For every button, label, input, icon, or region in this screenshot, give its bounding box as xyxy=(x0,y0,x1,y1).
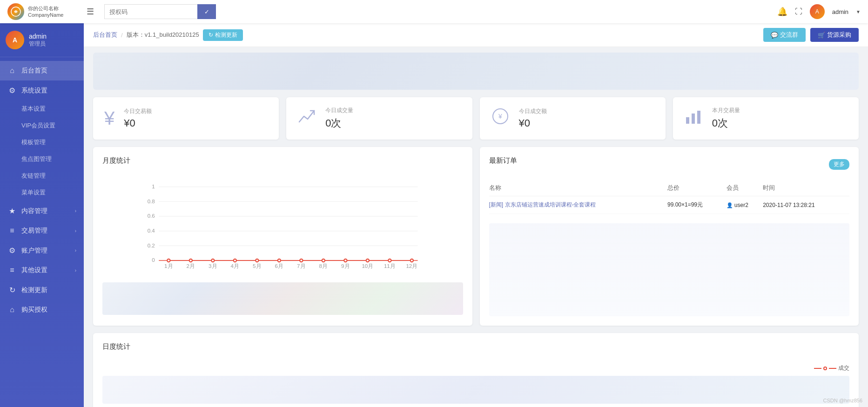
daily-chart-blurred xyxy=(102,376,849,404)
svg-text:2月: 2月 xyxy=(187,263,195,269)
order-price: 99.00×1=99元 xyxy=(667,196,727,214)
fullscreen-icon[interactable]: ⛶ xyxy=(795,7,802,16)
system-icon: ⚙ xyxy=(7,86,17,95)
order-name-link[interactable]: [新闻] 京东店铺运营速成培训课程-全套课程 xyxy=(489,201,596,208)
stat-value-daily-revenue: ¥0 xyxy=(519,117,530,129)
submenu-item-vip[interactable]: VIP会员设置 xyxy=(0,117,84,134)
version-text: 版本：v1.1_build20210125 xyxy=(127,31,199,39)
account-icon: ⚙ xyxy=(7,246,17,255)
sidebar-user: A admin 管理员 xyxy=(0,23,84,57)
user-name[interactable]: admin xyxy=(832,8,848,15)
notification-bell-icon[interactable]: 🔔 xyxy=(777,7,787,17)
svg-text:1月: 1月 xyxy=(164,263,173,269)
check-icon: ↻ xyxy=(7,286,17,294)
svg-point-34 xyxy=(256,259,258,262)
svg-text:0.2: 0.2 xyxy=(148,242,155,248)
monthly-chart-ad-banner xyxy=(102,282,463,315)
exchange-group-button[interactable]: 💬 交流群 xyxy=(763,28,806,42)
stat-label-daily-count: 今日成交量 xyxy=(325,107,353,114)
bar-chart-icon xyxy=(684,107,703,130)
sidebar-item-buy[interactable]: ⌂ 购买授权 xyxy=(0,300,84,320)
daily-chart-title: 日度统计 xyxy=(102,342,130,351)
submenu-item-links[interactable]: 友链管理 xyxy=(0,167,84,184)
svg-text:11月: 11月 xyxy=(384,263,396,269)
svg-text:12月: 12月 xyxy=(406,263,417,269)
search-button[interactable]: ✓ xyxy=(197,4,216,19)
sidebar-item-system-label: 系统设置 xyxy=(21,87,47,95)
monthly-chart-svg: 1 0.8 0.6 0.4 0.2 0 1月 xyxy=(102,181,463,269)
chat-icon: 💬 xyxy=(771,32,778,39)
stat-label-daily-amount: 今日交易额 xyxy=(124,107,152,115)
svg-point-31 xyxy=(189,259,192,262)
svg-text:6月: 6月 xyxy=(275,263,283,269)
stat-card-daily-count: 今日成交量 0次 xyxy=(286,97,472,140)
sidebar-item-trade[interactable]: ≡ 交易管理 › xyxy=(0,221,84,240)
avatar: A xyxy=(810,4,825,19)
svg-point-38 xyxy=(344,259,347,262)
svg-point-35 xyxy=(278,259,281,262)
sidebar-item-account-label: 账户管理 xyxy=(21,247,47,255)
search-area: ✓ xyxy=(104,4,216,19)
stat-card-daily-revenue: ¥ 今日成交额 ¥0 xyxy=(480,97,666,140)
logo-text-line1: 你的公司名称 xyxy=(28,5,63,12)
other-arrow-icon: › xyxy=(75,268,76,273)
svg-point-32 xyxy=(211,259,214,262)
sidebar-item-other[interactable]: ≡ 其他设置 › xyxy=(0,260,84,280)
charts-row: 月度统计 成交 1 0.8 0 xyxy=(84,140,868,326)
submenu-item-basic[interactable]: 基本设置 xyxy=(0,100,84,117)
daily-chart-card: 日度统计 成交 xyxy=(93,333,859,407)
sidebar-avatar: A xyxy=(6,31,24,49)
submenu-item-menu[interactable]: 菜单设置 xyxy=(0,184,84,201)
daily-stats-row: 日度统计 成交 xyxy=(84,326,868,407)
stats-row: ¥ 今日交易额 ¥0 今日成交量 0次 ¥ xyxy=(84,90,868,140)
col-price: 总价 xyxy=(667,180,727,196)
col-time: 时间 xyxy=(763,180,849,196)
stat-label-monthly-count: 本月交易量 xyxy=(712,107,740,114)
stat-label-daily-revenue: 今日成交额 xyxy=(519,107,547,115)
sidebar-item-home[interactable]: ⌂ 后台首页 xyxy=(0,61,84,80)
table-row: [新闻] 京东店铺运营速成培训课程-全套课程 99.00×1=99元 👤user… xyxy=(489,196,850,214)
sidebar-item-account[interactable]: ⚙ 账户管理 › xyxy=(0,240,84,260)
sidebar-item-content[interactable]: ★ 内容管理 › xyxy=(0,201,84,221)
submenu-item-template[interactable]: 模板管理 xyxy=(0,134,84,151)
stat-value-daily-count: 0次 xyxy=(325,116,341,130)
col-name: 名称 xyxy=(489,180,667,196)
buy-icon: ⌂ xyxy=(7,306,17,314)
svg-text:10月: 10月 xyxy=(362,263,373,269)
svg-point-41 xyxy=(410,259,413,262)
orders-more-button[interactable]: 更多 xyxy=(829,159,849,170)
update-button[interactable]: ↻ 检测更新 xyxy=(203,29,243,41)
sidebar-item-trade-label: 交易管理 xyxy=(21,227,47,235)
svg-text:8月: 8月 xyxy=(319,263,328,269)
purchase-button[interactable]: 🛒 货源采购 xyxy=(810,28,859,42)
content-area: 后台首页 / 版本：v1.1_build20210125 ↻ 检测更新 💬 交流… xyxy=(84,23,868,407)
svg-text:5月: 5月 xyxy=(253,263,261,269)
hamburger-button[interactable]: ☰ xyxy=(82,3,99,20)
svg-text:1: 1 xyxy=(152,183,155,189)
submenu-item-focus[interactable]: 焦点图管理 xyxy=(0,151,84,167)
content-icon: ★ xyxy=(7,207,17,215)
sidebar-item-content-label: 内容管理 xyxy=(21,207,47,215)
svg-text:¥: ¥ xyxy=(498,113,502,120)
svg-text:4月: 4月 xyxy=(231,263,239,269)
sidebar-username: admin xyxy=(29,33,47,40)
logo-area: 你的公司名称 CompanyName xyxy=(7,3,82,20)
sidebar-item-check[interactable]: ↻ 检测更新 xyxy=(0,280,84,300)
svg-point-40 xyxy=(388,259,391,262)
order-time: 2020-11-07 13:28:21 xyxy=(763,196,849,214)
user-dropdown-icon[interactable]: ▼ xyxy=(856,9,861,14)
trade-arrow-icon: › xyxy=(75,228,76,234)
main-layout: A admin 管理员 ⌂ 后台首页 ⚙ 系统设置 基本设置 VIP会员设置 模… xyxy=(0,23,868,407)
search-input[interactable] xyxy=(104,4,197,19)
svg-text:9月: 9月 xyxy=(341,263,350,269)
svg-point-30 xyxy=(167,259,170,262)
monthly-chart-area: 1 0.8 0.6 0.4 0.2 0 1月 xyxy=(102,176,463,279)
watermark: CSDN @hmz856 xyxy=(823,398,862,403)
sidebar-item-system[interactable]: ⚙ 系统设置 xyxy=(0,80,84,100)
breadcrumb-home[interactable]: 后台首页 xyxy=(93,31,117,39)
svg-text:0.8: 0.8 xyxy=(148,198,155,204)
sidebar-item-other-label: 其他设置 xyxy=(21,266,47,274)
header-right: 🔔 ⛶ A admin ▼ xyxy=(777,4,861,19)
breadcrumb-bar: 后台首页 / 版本：v1.1_build20210125 ↻ 检测更新 💬 交流… xyxy=(84,23,868,47)
home-icon: ⌂ xyxy=(7,67,17,75)
